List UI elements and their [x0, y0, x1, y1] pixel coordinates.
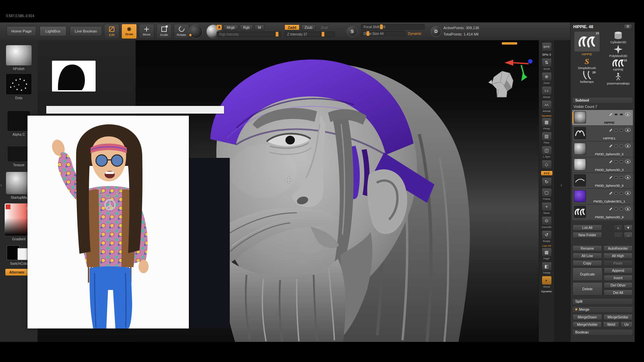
delete-button[interactable]: Delete	[573, 282, 602, 296]
del-all-button[interactable]: Del All	[604, 290, 633, 296]
material-toggle-icon[interactable]	[620, 192, 623, 194]
visibility-eye-icon[interactable]	[625, 128, 631, 132]
shelf-zoom-button[interactable]: ⊕Zoom	[542, 72, 552, 84]
shelf-move-button[interactable]: +Move	[542, 202, 552, 215]
alternate-button[interactable]: Alternate	[5, 269, 28, 276]
new-folder-button[interactable]: New Folder	[573, 232, 602, 238]
shelf-dynamic-label[interactable]: Dynamic	[541, 290, 552, 293]
subtool-row-cylinder1[interactable]: PM3D_Cylinder3D1_1	[572, 189, 633, 204]
move-into-folder-button[interactable]: →	[624, 232, 633, 238]
mergevisible-button[interactable]: MergeVisible	[573, 321, 602, 327]
texture-thumbnail[interactable]	[7, 146, 31, 162]
list-all-button[interactable]: List All	[573, 225, 602, 231]
secondary-color-swatch[interactable]	[17, 248, 28, 260]
mask-thumbnail[interactable]	[52, 61, 96, 92]
shelf-bpr-button[interactable]: BPR	[542, 42, 552, 51]
shelf-local-button[interactable]: ◇	[542, 160, 552, 169]
shelf-xyz-button[interactable]: XYZ	[541, 171, 553, 176]
select-up-button[interactable]: ▲	[614, 225, 623, 231]
merge-section-header[interactable]: Merge	[572, 306, 633, 313]
edit-mode-button[interactable]: Edit	[104, 24, 119, 39]
paste-button[interactable]: Paste	[603, 260, 633, 266]
uv-toggle-icon[interactable]	[614, 208, 618, 210]
shelf-scroll-button[interactable]: ⇅Scroll	[542, 58, 552, 70]
rotate-mode-button[interactable]: Rotate	[174, 24, 189, 39]
z-intensity-handle[interactable]	[322, 32, 324, 37]
focal-shift-handle[interactable]	[380, 24, 383, 29]
uv-toggle-icon[interactable]	[614, 161, 618, 163]
visibility-eye-icon[interactable]	[625, 207, 631, 211]
zadd-button[interactable]: Zadd	[284, 24, 300, 30]
reference-strip-image[interactable]	[46, 106, 224, 114]
live-boolean-button[interactable]: Live Boolean	[70, 26, 102, 36]
uv-toggle-icon[interactable]	[614, 192, 618, 194]
m-button[interactable]: M	[255, 24, 264, 30]
reference-photo[interactable]	[28, 116, 189, 328]
subtool-header[interactable]: Subtool	[572, 97, 633, 104]
shelf-frame-button[interactable]: ▢Frame	[542, 188, 552, 200]
polypaint-pen-icon[interactable]	[609, 113, 612, 116]
uv-toggle-icon[interactable]	[614, 113, 618, 116]
uv-toggle-icon[interactable]	[614, 129, 618, 131]
current-brush-preview[interactable]	[189, 24, 203, 39]
shelf-actual-button[interactable]: 1:1Actual	[542, 86, 552, 99]
subtool-row-sphere5[interactable]: PM3D_Sphere3D_5	[572, 141, 633, 157]
shelf-floor-button[interactable]: ▤Floor	[542, 132, 552, 144]
draw-size-handle[interactable]	[367, 31, 369, 36]
material-toggle-icon[interactable]	[620, 176, 623, 179]
shelf-polyf-button[interactable]: Line Fill▩PolyF	[542, 244, 552, 260]
rgb-intensity-slider[interactable]: Rgb Intensity	[217, 32, 281, 37]
material-toggle-icon[interactable]	[620, 145, 623, 147]
weld-button[interactable]: Weld	[603, 321, 619, 327]
uv-button[interactable]: Uv	[621, 321, 633, 327]
mergedown-button[interactable]: MergeDown	[573, 314, 602, 320]
append-button[interactable]: Append	[604, 267, 633, 274]
material-toggle-icon[interactable]	[620, 129, 623, 131]
tool-thumb-hippie[interactable]: 15	[574, 31, 600, 52]
material-toggle-icon[interactable]	[620, 208, 623, 210]
visibility-eye-icon[interactable]	[625, 160, 631, 164]
subtool-row-hippie[interactable]: HIPPIE	[572, 110, 633, 126]
tool-thumb-beltwraps[interactable]: 28	[578, 71, 596, 79]
shelf-transp-button[interactable]: ◧Transp	[542, 262, 552, 274]
subtool-row-sphere8[interactable]: PM3D_Sphere3D_8	[572, 173, 633, 189]
all-low-button[interactable]: All Low	[573, 253, 602, 259]
left-tray-expand-icon[interactable]: ›	[0, 182, 2, 188]
restore-config-button[interactable]: R	[624, 24, 632, 29]
shelf-spix-label[interactable]: SPix 3	[542, 53, 551, 56]
visibility-eye-icon[interactable]	[625, 191, 631, 195]
canvas-scrollbar-chip[interactable]	[502, 42, 517, 45]
tool-thumb-simplebrush[interactable]: S	[578, 57, 596, 66]
subtool-row-sphere9[interactable]: PM3D_Sphere3D_9	[572, 204, 633, 220]
dynamic-badge[interactable]: D	[431, 26, 441, 37]
uv-toggle-icon[interactable]	[614, 176, 618, 179]
subtool-row-hippie1[interactable]: HIPPIE1	[572, 126, 633, 141]
shelf-lsym-button[interactable]: ◫L.Sym	[542, 146, 552, 158]
split-section-header[interactable]: Split	[572, 298, 633, 305]
shelf-spin-button[interactable]: ↻	[542, 177, 552, 186]
z-intensity-slider[interactable]: Z Intensity 37	[284, 32, 335, 37]
lightbox-button[interactable]: LightBox	[40, 26, 66, 36]
zcut-button[interactable]: Zcut	[317, 24, 331, 30]
uv-toggle-icon[interactable]	[614, 145, 618, 147]
material-toggle-icon[interactable]	[620, 161, 623, 163]
brush-thumbnail[interactable]	[6, 45, 32, 66]
reference-dark-image[interactable]	[187, 158, 230, 328]
shelf-aahalf-button[interactable]: AAAAHalf	[542, 100, 552, 113]
subtool-row-sphere3[interactable]: PM3D_Sphere3D_3	[572, 157, 633, 173]
move-mode-button[interactable]: Move	[139, 24, 154, 39]
all-high-button[interactable]: All High	[603, 253, 633, 259]
insert-button[interactable]: Insert	[604, 275, 633, 281]
tool-thumb-polymesh3d[interactable]	[609, 45, 628, 54]
copy-button[interactable]: Copy	[573, 260, 602, 266]
rename-button[interactable]: Rename	[573, 245, 602, 251]
a-channel-chip[interactable]: A	[217, 25, 222, 30]
mergesimilar-button[interactable]: MergeSimilar	[603, 314, 633, 320]
material-toggle-icon[interactable]	[620, 113, 623, 116]
tool-thumb-hippie2[interactable]: 15	[609, 59, 628, 67]
dynamic-mode-toggle[interactable]: Dynamic	[408, 32, 422, 36]
focal-shift-slider[interactable]: Focal Shift -39	[361, 24, 425, 29]
polypaint-pen-icon[interactable]	[609, 144, 612, 147]
shelf-zoom3d-button[interactable]: ⊙Zoom3D	[542, 216, 552, 229]
visibility-eye-icon[interactable]	[625, 112, 631, 116]
